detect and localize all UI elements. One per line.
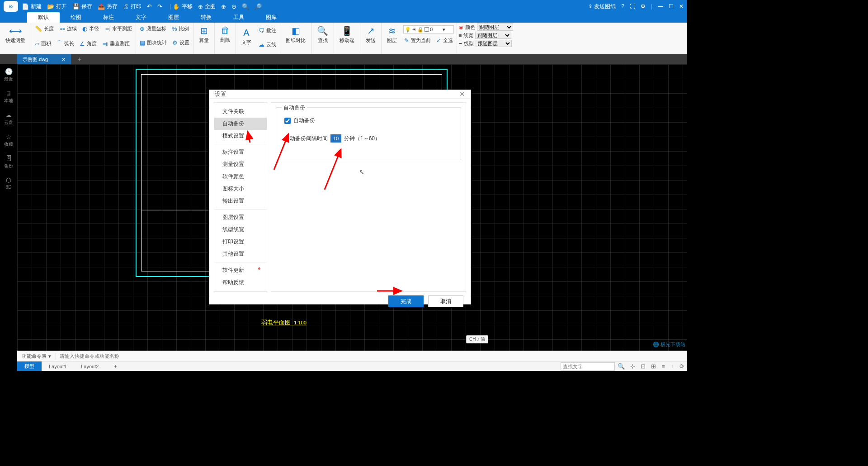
nav-measure-settings[interactable]: 测量设置	[214, 158, 267, 171]
layer-button[interactable]: ≋图层	[384, 24, 400, 45]
nav-layer-settings[interactable]: 图层设置	[214, 211, 267, 223]
nav-auto-backup[interactable]: 自动备份	[214, 118, 267, 130]
compute-button[interactable]: ⊞算量	[196, 24, 212, 45]
layer-combo[interactable]: 💡☀🔒 0▾	[403, 25, 454, 33]
ortho-icon[interactable]: ⟂	[670, 363, 674, 370]
grid-icon[interactable]: ⊞	[651, 363, 656, 370]
interval-input[interactable]	[330, 134, 341, 143]
search-icon[interactable]: 🔍	[618, 363, 625, 370]
save-button[interactable]: 💾保存	[72, 3, 92, 10]
sidebar-local[interactable]: 🖥本地	[4, 90, 13, 104]
close-app-button[interactable]: ✕	[679, 3, 684, 10]
angle-button[interactable]: ∠角度	[79, 38, 98, 48]
radius-button[interactable]: ◐半径	[81, 24, 100, 33]
help-button[interactable]: ?	[621, 3, 624, 10]
coords-button[interactable]: ⊕测量坐标	[139, 24, 167, 33]
minimize-button[interactable]: —	[658, 3, 663, 10]
tab-tool[interactable]: 工具	[222, 12, 255, 23]
zoom-extents-button[interactable]: 🔎	[255, 3, 262, 10]
dialog-close-button[interactable]: ✕	[459, 90, 465, 98]
layout1-tab[interactable]: Layout1	[42, 361, 74, 371]
tab-default[interactable]: 默认	[27, 12, 60, 23]
layout2-tab[interactable]: Layout2	[74, 361, 106, 371]
tab-draw[interactable]: 绘图	[60, 12, 92, 23]
sidebar-recent[interactable]: 🕓最近	[4, 68, 13, 82]
linetype-select[interactable]: 跟随图层	[476, 40, 512, 47]
snap2-icon[interactable]: ⊡	[641, 363, 646, 370]
nav-icon-size[interactable]: 图标大小	[214, 183, 267, 195]
print-button[interactable]: 🖨打印	[123, 3, 142, 10]
polar-icon[interactable]: ⟳	[679, 363, 684, 370]
nav-software-update[interactable]: 软件更新	[214, 264, 267, 276]
cancel-button[interactable]: 取消	[428, 295, 463, 307]
pan-button[interactable]: ✋平移	[173, 3, 193, 10]
close-tab-icon[interactable]: ✕	[61, 57, 66, 62]
command-input[interactable]	[56, 353, 687, 359]
nav-export-settings[interactable]: 转出设置	[214, 195, 267, 207]
undo-button[interactable]: ↶	[147, 3, 152, 10]
nav-linetype-width[interactable]: 线型线宽	[214, 223, 267, 236]
zoom-window-button[interactable]: 🔍	[242, 3, 249, 10]
zoom-in-button[interactable]: ⊕	[221, 3, 226, 10]
add-tab-button[interactable]: ＋	[76, 55, 83, 63]
maximize-button[interactable]: ☐	[669, 3, 674, 10]
monitor-icon: 🖥	[5, 90, 12, 97]
fullscreen-button[interactable]: ⛶	[630, 3, 635, 10]
command-label[interactable]: 功能命令表 ▾	[17, 353, 56, 360]
ok-button[interactable]: 完成	[388, 295, 424, 307]
select-all-button[interactable]: ✓全选	[435, 36, 454, 45]
length-button[interactable]: 📏长度	[34, 24, 55, 33]
set-current-button[interactable]: ✎置为当前	[403, 36, 432, 45]
settings-gear-button[interactable]: ⚙	[641, 3, 646, 10]
nav-other-settings[interactable]: 其他设置	[214, 248, 267, 260]
nav-print-settings[interactable]: 打印设置	[214, 236, 267, 248]
status-icon[interactable]: ≡	[661, 363, 665, 370]
mobile-button[interactable]: 📱移动端	[337, 24, 357, 45]
tab-library[interactable]: 图库	[255, 12, 288, 23]
nav-help-feedback[interactable]: 帮助反馈	[214, 276, 267, 289]
continuous-button[interactable]: ⫘连续	[58, 24, 78, 33]
auto-backup-checkbox[interactable]	[284, 118, 291, 124]
open-button[interactable]: 📂打开	[47, 3, 67, 10]
vlevel-button[interactable]: ⫥垂直测距	[101, 38, 131, 48]
area-button[interactable]: ▱面积	[34, 38, 52, 48]
find-button[interactable]: 🔍查找	[314, 24, 331, 45]
ribbon-settings-button[interactable]: ⚙设置	[171, 38, 190, 47]
send-drawing-button[interactable]: ⇪ 发送图纸	[588, 3, 616, 10]
new-button[interactable]: 📄新建	[22, 3, 42, 10]
saveas-button[interactable]: 📤另存	[98, 3, 118, 10]
nav-file-association[interactable]: 文件关联	[214, 105, 267, 118]
sidebar-backup[interactable]: 🗄备份	[4, 155, 13, 169]
stats-button[interactable]: ▤图块统计	[139, 38, 168, 47]
color-select[interactable]: 跟随图层	[477, 24, 513, 31]
add-layout-button[interactable]: ＋	[106, 361, 125, 371]
file-tab[interactable]: 示例图.dwg✕	[17, 54, 71, 64]
text-button[interactable]: A文字	[239, 24, 254, 49]
ratio-button[interactable]: %比例	[171, 24, 190, 33]
snap-icon[interactable]: ⊹	[630, 363, 635, 370]
hlevel-button[interactable]: ⫤水平测距	[104, 24, 133, 33]
delete-button[interactable]: 🗑删除	[217, 24, 233, 44]
tab-annotate[interactable]: 标注	[92, 12, 125, 23]
compare-button[interactable]: ◧图纸对比	[283, 24, 308, 45]
zoom-out-button[interactable]: ⊖	[231, 3, 236, 10]
tab-convert[interactable]: 转换	[190, 12, 222, 23]
redo-button[interactable]: ↷	[157, 3, 162, 10]
tab-text[interactable]: 文字	[125, 12, 157, 23]
sidebar-3d[interactable]: ⬡3D	[6, 176, 12, 190]
nav-software-color[interactable]: 软件颜色	[214, 171, 267, 183]
tab-layer[interactable]: 图层	[157, 12, 190, 23]
quick-measure-button[interactable]: ⟷快速测量	[3, 24, 28, 45]
find-text-input[interactable]	[561, 362, 615, 371]
nav-annotation-settings[interactable]: 标注设置	[214, 146, 267, 158]
fit-button[interactable]: ⊕全图	[198, 3, 216, 10]
ribbon-send-button[interactable]: ↗发送	[363, 24, 378, 45]
sidebar-fav[interactable]: ☆收藏	[4, 133, 13, 147]
model-tab[interactable]: 模型	[17, 361, 42, 371]
batch-button[interactable]: 🗨批注	[258, 26, 277, 35]
arc-button[interactable]: ⌒弧长	[56, 38, 75, 48]
linewidth-select[interactable]: 跟随图层	[475, 32, 511, 39]
sidebar-cloud[interactable]: ☁云盘	[4, 111, 13, 126]
cloud-button[interactable]: ☁云线	[258, 40, 277, 49]
nav-mode-settings[interactable]: 模式设置	[214, 130, 267, 142]
